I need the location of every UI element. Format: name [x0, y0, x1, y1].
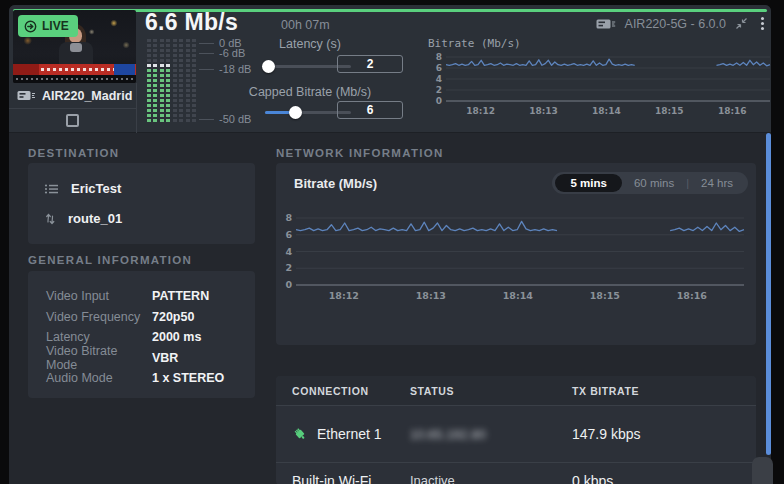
video-thumbnail: LIVE	[13, 10, 136, 83]
network-bitrate-chart: 8642018:1218:1318:1418:1518:16	[282, 203, 750, 307]
connection-status: Inactive	[410, 473, 455, 484]
audio-meter-ch2	[160, 39, 170, 123]
svg-text:8: 8	[436, 52, 442, 62]
connection-name: Ethernet 1	[317, 426, 382, 442]
live-badge-label: LIVE	[42, 19, 69, 33]
general-info-section-title: GENERAL INFORMATION	[28, 254, 192, 266]
audio-meter-ch4	[186, 39, 196, 123]
latency-value-input[interactable]: 2	[337, 55, 403, 73]
connection-name: Built-in Wi-Fi	[292, 473, 371, 484]
latency-label: Latency (s)	[230, 37, 390, 51]
svg-text:0: 0	[436, 96, 442, 106]
svg-text:4: 4	[436, 74, 442, 84]
encoder-name: AIR220_Madrid	[42, 89, 132, 103]
latency-slider-handle[interactable]	[262, 60, 275, 73]
info-row-video-frequency: Video Frequency 720p50	[46, 307, 255, 328]
scrollbar-corner	[752, 457, 773, 484]
svg-text:18:14: 18:14	[503, 290, 534, 301]
svg-text:18:16: 18:16	[718, 106, 747, 116]
table-row-ethernet-1[interactable]: Ethernet 1 10.65.192.80 147.9 kbps	[276, 406, 756, 463]
connection-status-redacted: 10.65.192.80	[410, 427, 486, 442]
route-icon	[44, 212, 57, 226]
table-row-wifi[interactable]: Built-in Wi-Fi Inactive 0 kbps	[276, 463, 756, 484]
receiver-icon	[44, 183, 60, 195]
svg-text:6: 6	[436, 63, 442, 73]
db-scale-50: -50 dB	[219, 113, 251, 125]
svg-text:18:13: 18:13	[529, 106, 558, 116]
connection-tx-bitrate: 0 kbps	[572, 463, 756, 484]
stream-uptime: 00h 07m	[281, 18, 330, 32]
svg-text:18:12: 18:12	[466, 106, 495, 116]
svg-text:4: 4	[285, 246, 292, 257]
svg-text:18:15: 18:15	[590, 290, 620, 301]
tab-24-hrs[interactable]: 24 hrs	[689, 174, 745, 192]
bitrate-chart-card: Bitrate (Mb/s) 5 mins 60 mins | 24 hrs 8…	[276, 163, 756, 345]
main-content: DESTINATION EricTest route_01 GENERAL IN…	[9, 134, 771, 484]
capped-bitrate-label: Capped Bitrate (Mb/s)	[230, 85, 390, 99]
header-right-cluster: AIR220-5G - 6.0.0	[596, 15, 768, 32]
destination-item-label: route_01	[68, 211, 122, 226]
thumbnail-tv-logo	[114, 64, 135, 75]
destination-section-title: DESTINATION	[28, 147, 119, 159]
transmitter-device-icon	[596, 18, 616, 30]
destination-item-route01[interactable]: route_01	[44, 211, 239, 226]
audio-meter-ch1	[147, 39, 157, 123]
tab-5-mins[interactable]: 5 mins	[555, 174, 621, 192]
svg-text:18:14: 18:14	[592, 106, 621, 116]
capped-bitrate-value-input[interactable]: 6	[337, 101, 403, 119]
capped-bitrate-slider-handle[interactable]	[289, 106, 302, 119]
info-row-audio-mode: Audio Mode 1 x STEREO	[46, 368, 255, 389]
svg-text:8: 8	[285, 212, 292, 223]
stop-icon	[66, 114, 79, 127]
svg-text:18:16: 18:16	[677, 290, 708, 301]
live-arrow-icon	[24, 20, 37, 33]
connections-table-card: CONNECTION STATUS TX BITRATE	[276, 376, 756, 484]
audio-level-meters	[147, 39, 196, 123]
divider	[136, 83, 137, 133]
destination-item-label: EricTest	[71, 181, 121, 196]
db-scale-18: -18 dB	[219, 63, 251, 75]
tab-60-mins[interactable]: 60 mins	[622, 174, 686, 192]
stop-stream-button[interactable]	[9, 108, 136, 133]
info-row-video-input: Video Input PATTERN	[46, 286, 255, 307]
svg-text:18:12: 18:12	[329, 290, 359, 301]
bitrate-chart-title: Bitrate (Mb/s)	[294, 176, 377, 191]
svg-text:0: 0	[285, 279, 292, 290]
connection-tx-bitrate: 147.9 kbps	[572, 426, 756, 442]
general-info-card: Video Input PATTERN Video Frequency 720p…	[28, 271, 255, 398]
encoder-device-icon	[17, 90, 36, 101]
mini-chart-title: Bitrate (Mb/s)	[428, 37, 521, 50]
connections-table-header: CONNECTION STATUS TX BITRATE	[276, 376, 756, 406]
destination-card: EricTest route_01	[28, 163, 255, 244]
vertical-scrollbar-thumb[interactable]	[766, 133, 771, 455]
network-section-title: NETWORK INFORMATION	[276, 147, 444, 159]
svg-text:2: 2	[285, 262, 292, 273]
collapse-icon[interactable]	[735, 17, 748, 30]
svg-text:18:13: 18:13	[416, 290, 446, 301]
live-badge: LIVE	[18, 15, 78, 37]
current-bitrate: 6.6 Mb/s	[145, 9, 238, 36]
chart-range-tabs: 5 mins 60 mins | 24 hrs	[552, 172, 748, 194]
svg-text:18:15: 18:15	[655, 106, 684, 116]
destination-item-erictest[interactable]: EricTest	[44, 181, 239, 196]
device-model-label: AIR220-5G - 6.0.0	[625, 17, 726, 31]
ethernet-plug-icon	[292, 426, 308, 442]
header-bitrate-mini-chart: 8642018:1218:1318:1418:1518:16	[422, 51, 771, 127]
audio-meter-ch3	[173, 39, 183, 123]
header-bar: LIVE AIR220_Madrid 6.6 Mb/s 00h 07m	[9, 5, 771, 133]
svg-text:6: 6	[285, 229, 292, 240]
encoder-name-row: AIR220_Madrid	[9, 83, 136, 108]
kebab-menu-icon[interactable]	[757, 15, 768, 32]
info-row-video-bitrate-mode: Video Bitrate Mode VBR	[46, 348, 255, 369]
app-window: LIVE AIR220_Madrid 6.6 Mb/s 00h 07m	[9, 5, 771, 484]
svg-text:2: 2	[436, 85, 442, 95]
